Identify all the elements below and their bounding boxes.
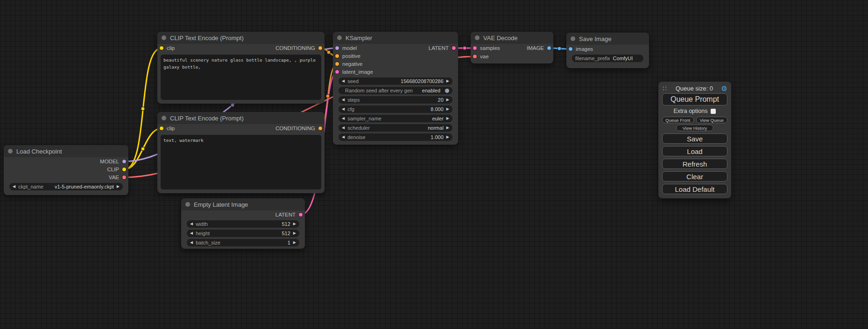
increment-arrow-icon[interactable]: ▶	[446, 79, 449, 83]
node-clip-text-encode-positive[interactable]: CLIP Text Encode (Prompt) clip CONDITION…	[157, 32, 325, 104]
samples-input-slot[interactable]	[473, 46, 477, 50]
denoise-widget[interactable]: ◀ denoise 1.000 ▶	[339, 133, 452, 141]
collapse-dot-icon[interactable]	[337, 35, 342, 40]
increment-arrow-icon[interactable]: ▶	[293, 222, 296, 226]
queue-front-button[interactable]: Queue Front	[662, 117, 694, 123]
output-label: CONDITIONING	[275, 45, 315, 51]
positive-input-slot[interactable]	[335, 54, 339, 58]
node-header[interactable]: Save Image	[566, 33, 649, 45]
collapse-dot-icon[interactable]	[162, 116, 166, 120]
input-label: latent_image	[342, 69, 373, 75]
toggle-indicator-icon[interactable]	[445, 89, 449, 93]
gear-icon[interactable]: ⚙	[721, 85, 727, 92]
random-seed-toggle-widget[interactable]: Random seed after every gen enabled	[339, 87, 452, 94]
widget-value: 1	[288, 240, 290, 245]
view-history-button[interactable]: View History	[676, 125, 713, 131]
vae-input-slot[interactable]	[473, 54, 477, 59]
ckpt-name-widget[interactable]: ◀ ckpt_name v1-5-pruned-emaonly.ckpt ▶	[9, 183, 123, 190]
increment-arrow-icon[interactable]: ▶	[446, 135, 449, 139]
conditioning-output-slot[interactable]	[318, 46, 323, 50]
increment-arrow-icon[interactable]: ▶	[446, 126, 449, 130]
decrement-arrow-icon[interactable]: ◀	[342, 117, 345, 120]
filename-prefix-widget[interactable]: filename_prefix ComfyUI	[572, 55, 643, 62]
latent-output-slot[interactable]	[452, 46, 456, 50]
collapse-dot-icon[interactable]	[571, 36, 575, 41]
widget-label: height	[196, 231, 210, 236]
latent-image-input-slot[interactable]	[335, 70, 339, 74]
increment-arrow-icon[interactable]: ▶	[293, 231, 296, 235]
node-clip-text-encode-negative[interactable]: CLIP Text Encode (Prompt) clip CONDITION…	[157, 112, 325, 193]
vae-output-slot[interactable]	[122, 175, 127, 180]
collapse-dot-icon[interactable]	[475, 35, 480, 40]
widget-label: ckpt_name	[18, 184, 43, 189]
prompt-text[interactable]: beautiful scenery nature glass bottle la…	[161, 55, 321, 100]
decrement-arrow-icon[interactable]: ◀	[190, 241, 193, 245]
decrement-arrow-icon[interactable]: ◀	[190, 231, 193, 235]
decrement-arrow-icon[interactable]: ◀	[190, 222, 193, 226]
collapse-dot-icon[interactable]	[185, 202, 190, 207]
collapse-dot-icon[interactable]	[8, 149, 13, 154]
conditioning-output-slot[interactable]	[318, 126, 323, 131]
decrement-arrow-icon[interactable]: ◀	[342, 98, 345, 102]
node-header[interactable]: CLIP Text Encode (Prompt)	[157, 112, 325, 124]
model-input-slot[interactable]	[335, 46, 339, 50]
clear-button[interactable]: Clear	[662, 171, 727, 182]
widget-label: seed	[347, 78, 359, 84]
output-label: CLIP	[107, 167, 119, 172]
negative-input-slot[interactable]	[335, 62, 339, 66]
widget-label: filename_prefix	[575, 56, 610, 61]
widget-label: width	[196, 221, 208, 227]
output-label: CONDITIONING	[275, 126, 315, 131]
node-save-image[interactable]: Save Image images filename_prefix ComfyU…	[566, 33, 649, 68]
increment-arrow-icon[interactable]: ▶	[117, 185, 120, 189]
input-label: images	[576, 46, 593, 52]
load-default-button[interactable]: Load Default	[662, 184, 727, 194]
images-input-slot[interactable]	[568, 47, 573, 51]
width-widget[interactable]: ◀ width 512 ▶	[187, 220, 299, 228]
batch-size-widget[interactable]: ◀ batch_size 1 ▶	[187, 239, 299, 246]
extra-options-checkbox[interactable]	[711, 109, 716, 114]
increment-arrow-icon[interactable]: ▶	[446, 107, 449, 111]
cfg-widget[interactable]: ◀ cfg 8.000 ▶	[339, 105, 452, 113]
increment-arrow-icon[interactable]: ▶	[446, 117, 449, 120]
decrement-arrow-icon[interactable]: ◀	[342, 135, 345, 139]
prompt-text[interactable]: text, watermark	[161, 135, 321, 189]
steps-widget[interactable]: ◀ steps 20 ▶	[339, 96, 452, 104]
model-output-slot[interactable]	[122, 159, 127, 164]
increment-arrow-icon[interactable]: ▶	[446, 98, 449, 102]
load-button[interactable]: Load	[662, 146, 727, 156]
save-button[interactable]: Save	[662, 133, 727, 144]
node-ksampler[interactable]: KSampler LATENT model positive negative …	[333, 32, 458, 145]
node-header[interactable]: Empty Latent Image	[181, 198, 305, 210]
refresh-button[interactable]: Refresh	[662, 159, 727, 169]
node-empty-latent-image[interactable]: Empty Latent Image LATENT ◀ width 512 ▶ …	[181, 198, 305, 249]
scheduler-widget[interactable]: ◀ scheduler normal ▶	[339, 124, 452, 132]
link-midpoint-dot	[141, 107, 145, 111]
decrement-arrow-icon[interactable]: ◀	[342, 107, 345, 111]
node-title: Save Image	[579, 35, 611, 42]
queue-prompt-button[interactable]: Queue Prompt	[662, 93, 727, 105]
view-queue-button[interactable]: View Queue	[696, 117, 728, 123]
node-header[interactable]: Load Checkpoint	[4, 145, 128, 157]
drag-handle-icon[interactable]	[662, 85, 667, 92]
node-vae-decode[interactable]: VAE Decode samples IMAGE vae	[471, 32, 553, 63]
seed-widget[interactable]: ◀ seed 156680208700286 ▶	[339, 77, 452, 85]
clip-input-slot[interactable]	[159, 46, 164, 50]
node-header[interactable]: KSampler	[333, 32, 458, 44]
node-load-checkpoint[interactable]: Load Checkpoint MODEL CLIP VAE ◀ ckpt_na…	[4, 145, 128, 195]
node-title: CLIP Text Encode (Prompt)	[170, 35, 244, 42]
decrement-arrow-icon[interactable]: ◀	[342, 79, 345, 83]
sampler-name-widget[interactable]: ◀ sampler_name euler ▶	[339, 115, 452, 122]
clip-input-slot[interactable]	[159, 126, 164, 131]
collapse-dot-icon[interactable]	[162, 35, 166, 40]
clip-output-slot[interactable]	[122, 167, 127, 172]
latent-output-slot[interactable]	[298, 212, 303, 217]
image-output-slot[interactable]	[547, 46, 551, 50]
height-widget[interactable]: ◀ height 512 ▶	[187, 230, 299, 237]
increment-arrow-icon[interactable]: ▶	[293, 241, 296, 245]
decrement-arrow-icon[interactable]: ◀	[342, 126, 345, 130]
node-header[interactable]: CLIP Text Encode (Prompt)	[157, 32, 325, 44]
widget-label: scheduler	[347, 125, 370, 131]
node-header[interactable]: VAE Decode	[471, 32, 553, 44]
decrement-arrow-icon[interactable]: ◀	[13, 185, 15, 189]
